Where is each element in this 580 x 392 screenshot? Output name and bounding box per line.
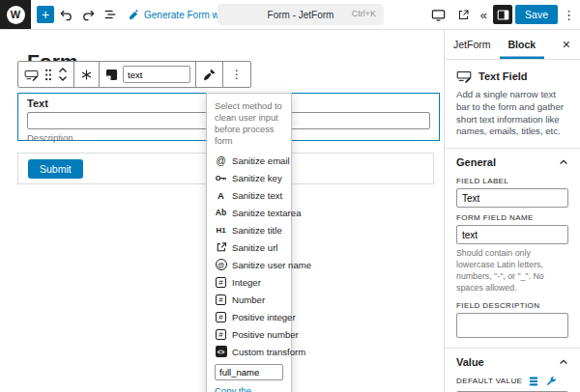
desktop-icon <box>431 8 446 22</box>
sanitize-option-email[interactable]: @ Sanitize email <box>207 152 291 169</box>
field-settings-button[interactable] <box>104 69 119 81</box>
form-field-name-help: Should contain only lowercase Latin lett… <box>456 248 568 294</box>
text-field-block-icon <box>24 68 39 82</box>
sanitize-dropdown-header: Select method to clean user input before… <box>207 100 291 152</box>
chevron-up-icon[interactable] <box>559 157 568 167</box>
submit-button[interactable]: Submit <box>28 159 83 179</box>
sanitize-option-title[interactable]: H1 Sanitize title <box>207 221 291 238</box>
sanitize-option-number[interactable]: # Number <box>207 291 291 308</box>
plus-icon: + <box>42 8 49 21</box>
asterisk-icon <box>80 69 93 81</box>
field-name-toolbar-input[interactable] <box>123 66 190 83</box>
undo-button[interactable] <box>55 3 76 26</box>
sanitize-option-positive-number[interactable]: # Positive number <box>207 325 291 343</box>
top-bar-right: « Save ⋮ <box>427 0 577 29</box>
copy-snippet-link[interactable]: Copy the snippet <box>207 382 291 392</box>
block-card-description: Add a single narrow text bar to the form… <box>456 89 568 138</box>
command-palette-button[interactable]: Form - JetForm Ctrl+K <box>218 4 384 25</box>
wordpress-logo[interactable]: W <box>0 0 31 29</box>
sidebar-tabs: JetForm Block × <box>445 30 580 60</box>
value-panel-header[interactable]: Value <box>445 349 580 371</box>
settings-panel-toggle[interactable] <box>493 5 512 24</box>
workspace: Form <box>0 30 580 392</box>
kebab-icon: ⋮ <box>231 68 243 81</box>
default-value-group: DEFAULT VALUE <box>445 371 580 392</box>
text-field-block-icon <box>456 69 472 84</box>
block-toolbar-group-sanitize <box>196 62 223 87</box>
field-description-group: FIELD DESCRIPTION <box>445 295 580 338</box>
default-value-label: DEFAULT VALUE <box>456 377 522 385</box>
save-button[interactable]: Save <box>515 5 558 24</box>
letter-a-icon: A <box>215 190 227 201</box>
hash-icon: # <box>215 329 227 340</box>
close-icon: × <box>563 37 570 52</box>
general-panel-header[interactable]: General <box>445 149 580 171</box>
tab-block[interactable]: Block <box>500 30 545 59</box>
block-card: Text Field Add a single narrow text bar … <box>445 60 580 149</box>
custom-transform-snippet-input[interactable] <box>215 364 283 380</box>
field-label-label: FIELD LABEL <box>456 177 568 185</box>
hash-icon: # <box>215 294 227 305</box>
sanitize-button[interactable] <box>201 68 218 82</box>
settings-sidebar: JetForm Block × Text Field Add a single … <box>444 30 580 392</box>
external-link-icon <box>215 241 227 253</box>
form-field-name-group: FORM FIELD NAME Should contain only lowe… <box>445 208 580 294</box>
preset-button[interactable] <box>528 376 539 387</box>
external-link-icon <box>457 9 470 21</box>
redo-icon <box>81 8 96 22</box>
ai-pencil-sparkle-icon <box>128 9 140 21</box>
drag-handle[interactable] <box>44 69 53 81</box>
sanitize-option-key[interactable]: Sanitize key <box>207 169 291 186</box>
letters-ab-icon: Ab <box>215 208 227 217</box>
field-label-group: FIELD LABEL <box>445 171 580 208</box>
required-toggle-button[interactable] <box>79 69 94 81</box>
redo-button[interactable] <box>77 3 99 26</box>
block-type-button[interactable] <box>23 68 40 82</box>
options-menu-button[interactable]: ⋮ <box>561 8 577 22</box>
undo-icon <box>59 8 73 22</box>
code-icon: <> <box>215 346 227 357</box>
field-label-input[interactable] <box>456 188 568 208</box>
block-toolbar: ⋮ <box>17 61 251 88</box>
field-description-label: FIELD DESCRIPTION <box>456 301 568 310</box>
drag-dots-icon <box>44 69 52 81</box>
block-options-button[interactable]: ⋮ <box>228 68 246 81</box>
field-description-input[interactable] <box>456 313 568 338</box>
sanitize-option-text[interactable]: A Sanitize text <box>207 186 291 204</box>
sanitize-option-user-name[interactable]: @ Sanitize user name <box>207 256 291 273</box>
move-up-down-icon <box>58 67 68 82</box>
editor-canvas: Form <box>0 30 444 392</box>
block-toolbar-group-name <box>100 62 196 87</box>
block-toolbar-group-mover <box>18 62 74 87</box>
sanitize-option-positive-integer[interactable]: # Positive integer <box>207 308 291 325</box>
block-card-title: Text Field <box>478 70 528 82</box>
kebab-icon: ⋮ <box>563 8 575 22</box>
broom-icon <box>202 68 217 82</box>
sanitize-option-custom-transform[interactable]: <> Custom transform <box>207 343 291 360</box>
sanitize-option-url[interactable]: Sanitize url <box>207 238 291 256</box>
at-icon: @ <box>215 155 227 166</box>
macros-button[interactable] <box>545 376 557 387</box>
sanitize-option-textarea[interactable]: Ab Sanitize textarea <box>207 204 291 221</box>
chevron-up-icon[interactable] <box>559 357 568 367</box>
top-bar: W + Generate Form with AI Form <box>0 0 580 30</box>
key-icon <box>215 172 227 184</box>
wrench-icon <box>545 376 557 387</box>
block-toolbar-group-required <box>74 62 100 87</box>
sanitize-option-integer[interactable]: # Integer <box>207 273 291 291</box>
close-sidebar-button[interactable]: × <box>561 37 572 52</box>
tab-jetform[interactable]: JetForm <box>445 30 500 59</box>
jetform-editor-window: W + Generate Form with AI Form <box>0 0 580 392</box>
hash-icon: # <box>215 312 227 322</box>
h1-icon: H1 <box>215 226 227 235</box>
preview-button[interactable] <box>428 3 450 26</box>
block-mover[interactable] <box>57 67 69 82</box>
list-view-button[interactable] <box>100 3 121 26</box>
view-post-button[interactable] <box>453 3 475 26</box>
database-icon <box>528 376 539 387</box>
circled-at-icon: @ <box>215 259 227 270</box>
block-toolbar-group-options: ⋮ <box>223 62 250 87</box>
collapse-sidebar-button[interactable]: « <box>478 8 490 22</box>
form-field-name-input[interactable] <box>456 225 568 244</box>
block-inserter-button[interactable]: + <box>37 6 54 23</box>
